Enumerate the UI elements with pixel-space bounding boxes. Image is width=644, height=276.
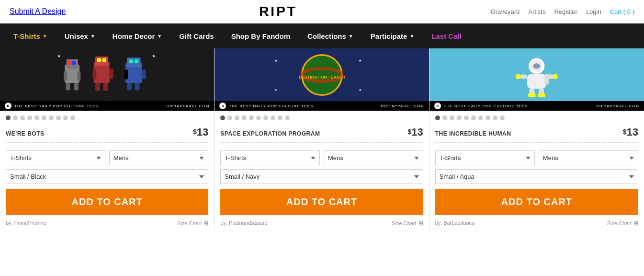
dot-2-8[interactable] xyxy=(278,115,282,120)
watermark-url-1: RIPTAPPAREL.COM xyxy=(167,104,210,108)
select-row-1: T-Shirts Unisex Hoodie Mens Womens Youth xyxy=(6,150,208,165)
nav-tshirts[interactable]: T-Shirts ▼ xyxy=(5,23,56,48)
size-chart-2[interactable]: Size Chart ⊞ xyxy=(392,220,423,227)
dot-3-1[interactable] xyxy=(442,115,447,120)
dot-1-7[interactable] xyxy=(56,115,61,120)
dot-1-6[interactable] xyxy=(49,115,54,120)
product-info-3: THE INCREDIBLE HUMAN $13 xyxy=(429,125,644,150)
product-card-3: R THE BEST DAILY POP CULTURE TEES RIPTAP… xyxy=(429,48,644,231)
submit-design-link[interactable]: Submit A Design xyxy=(10,7,66,16)
dot-2-1[interactable] xyxy=(227,115,232,120)
svg-point-45 xyxy=(516,74,521,79)
artists-link[interactable]: Artists xyxy=(528,8,545,15)
dots-row-2 xyxy=(215,111,429,125)
ript-logo-icon-2: R xyxy=(219,103,226,109)
product-title-2: SPACE EXPLORATION PROGRAM xyxy=(220,130,320,137)
dot-1-8[interactable] xyxy=(63,115,68,120)
size-color-select-1[interactable]: Small / Black Medium / Black Large / Bla… xyxy=(6,169,208,184)
svg-point-41 xyxy=(533,63,540,69)
top-bar: Submit A Design RIPT Graveyard Artists R… xyxy=(0,0,644,23)
main-nav: T-Shirts ▼ Unisex ▼ Home Decor ▼ Gift Ca… xyxy=(0,23,644,48)
gender-select-1[interactable]: Mens Womens Youth xyxy=(109,150,209,165)
dot-3-3[interactable] xyxy=(457,115,462,120)
nav-unisex[interactable]: Unisex ▼ xyxy=(56,23,104,48)
size-color-select-2[interactable]: Small / Navy Medium / Navy Large / Navy xyxy=(220,169,423,184)
watermark-left-2: R THE BEST DAILY POP CULTURE TEES xyxy=(219,103,313,109)
dot-1-5[interactable] xyxy=(42,115,46,120)
product-meta-2: by: PlatinumBastard Size Chart ⊞ xyxy=(215,220,429,227)
svg-rect-51 xyxy=(544,74,549,84)
ript-logo-icon-1: R xyxy=(5,103,11,109)
collections-arrow: ▼ xyxy=(349,34,353,39)
dot-1-0[interactable] xyxy=(6,115,11,120)
svg-point-11 xyxy=(97,58,102,62)
size-chart-3[interactable]: Size Chart ⊞ xyxy=(607,220,638,227)
submit-link[interactable]: Submit A Design xyxy=(10,7,66,15)
participate-arrow: ▼ xyxy=(409,34,414,39)
dot-2-0[interactable] xyxy=(220,115,225,120)
svg-text:★: ★ xyxy=(359,88,362,91)
login-link[interactable]: Login xyxy=(586,8,601,15)
gender-select-2[interactable]: Mens Womens Youth xyxy=(324,150,423,165)
nav-lastcall[interactable]: Last Call xyxy=(423,23,470,48)
nav-giftcards[interactable]: Gift Cards xyxy=(170,23,223,48)
type-select-2[interactable]: T-Shirts Unisex Hoodie xyxy=(220,150,320,165)
product-info-1: WE'RE BOTS $13 xyxy=(0,125,214,150)
dot-1-9[interactable] xyxy=(70,115,75,120)
product-artwork-1: ★ ★ · · · · · xyxy=(11,51,203,99)
dot-3-6[interactable] xyxy=(478,115,483,120)
select-row-3: T-Shirts Unisex Hoodie Mens Womens Youth xyxy=(435,150,638,165)
product-title-1: WE'RE BOTS xyxy=(6,130,45,137)
dot-3-8[interactable] xyxy=(493,115,497,120)
type-select-3[interactable]: T-Shirts Unisex Hoodie xyxy=(435,150,535,165)
dot-2-4[interactable] xyxy=(249,115,254,120)
register-link[interactable]: Register xyxy=(554,8,577,15)
dot-3-7[interactable] xyxy=(486,115,490,120)
dot-1-2[interactable] xyxy=(20,115,25,120)
add-to-cart-btn-3[interactable]: ADD TO CART xyxy=(435,189,638,215)
dot-2-6[interactable] xyxy=(263,115,268,120)
nav-homedecor[interactable]: Home Decor ▼ xyxy=(104,23,170,48)
svg-rect-49 xyxy=(528,93,535,97)
svg-text:· · · · ·: · · · · · xyxy=(104,94,113,98)
svg-rect-5 xyxy=(64,71,67,80)
size-chart-1[interactable]: Size Chart ⊞ xyxy=(177,220,208,227)
dot-2-2[interactable] xyxy=(235,115,239,120)
watermark-tagline-3: THE BEST DAILY POP CULTURE TEES xyxy=(444,104,528,108)
size-color-wrap-3: Small / Aqua Medium / Aqua Large / Aqua xyxy=(435,169,638,184)
svg-rect-6 xyxy=(78,71,81,80)
dot-3-2[interactable] xyxy=(450,115,454,120)
nav-collections[interactable]: Collections ▼ xyxy=(299,23,362,48)
dot-2-5[interactable] xyxy=(256,115,261,120)
dot-1-1[interactable] xyxy=(13,115,18,120)
dot-3-4[interactable] xyxy=(464,115,469,120)
size-color-select-3[interactable]: Small / Aqua Medium / Aqua Large / Aqua xyxy=(435,169,638,184)
nav-shopbyfandom[interactable]: Shop By Fandom xyxy=(223,23,299,48)
dot-1-3[interactable] xyxy=(27,115,32,120)
dot-2-7[interactable] xyxy=(271,115,275,120)
type-select-1[interactable]: T-Shirts Unisex Hoodie xyxy=(6,150,105,165)
graveyard-link[interactable]: Graveyard xyxy=(491,8,520,15)
add-to-cart-btn-1[interactable]: ADD TO CART xyxy=(6,189,208,215)
dot-3-5[interactable] xyxy=(471,115,476,120)
cart-link[interactable]: Cart ( 0 ) xyxy=(610,8,634,15)
gender-select-3[interactable]: Mens Womens Youth xyxy=(539,150,638,165)
svg-text:★: ★ xyxy=(57,54,61,58)
product-author-2: by: PlatinumBastard xyxy=(220,220,267,227)
dot-1-4[interactable] xyxy=(34,115,39,120)
dot-2-3[interactable] xyxy=(242,115,247,120)
dot-3-0[interactable] xyxy=(435,115,440,120)
add-to-cart-btn-2[interactable]: ADD TO CART xyxy=(220,189,423,215)
svg-rect-13 xyxy=(93,69,97,79)
svg-point-20 xyxy=(135,59,139,63)
product-image-3 xyxy=(429,48,644,101)
homedecor-arrow: ▼ xyxy=(157,34,162,39)
dot-2-9[interactable] xyxy=(285,115,290,120)
nav-participate[interactable]: Participate ▼ xyxy=(362,23,423,48)
divider-2 xyxy=(220,142,423,143)
svg-rect-50 xyxy=(538,93,545,97)
svg-text:★: ★ xyxy=(274,88,277,91)
dot-3-9[interactable] xyxy=(500,115,505,120)
watermark-left-3: R THE BEST DAILY POP CULTURE TEES xyxy=(434,103,528,109)
svg-rect-16 xyxy=(103,83,108,91)
